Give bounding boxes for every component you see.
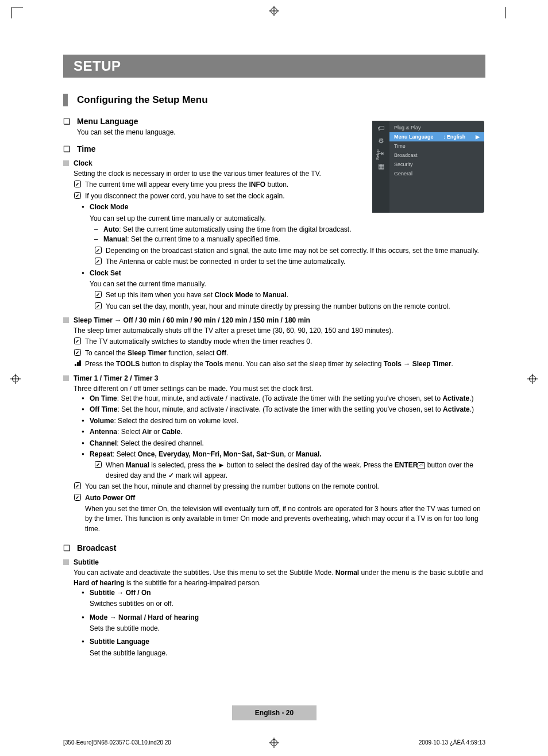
note: When Manual is selected, press the ► but… [94, 460, 485, 481]
section-heading: Configuring the Setup Menu [63, 94, 485, 106]
bullet: Repeat: Select Once, Everyday, Mon~Fri, … [82, 450, 485, 459]
q-title: Time [77, 144, 95, 153]
osd-preview: 🏷 ⚙ ⇥ ▦ Setup Plug & PlayMenu Language: … [372, 121, 484, 213]
bullet-desc: Switches subtitles on or off. [90, 599, 485, 609]
bullet: Mode → Normal / Hard of hearing [82, 613, 485, 623]
grid-icon: ▦ [378, 162, 384, 170]
heading-text: Configuring the Setup Menu [77, 94, 208, 106]
sleep-timer-subsection: Sleep Timer → Off / 30 min / 60 min / 90… [63, 316, 485, 370]
square-icon [63, 160, 69, 166]
pencil-note-icon [74, 493, 82, 503]
osd-item: General [389, 169, 484, 178]
note: You can set the hour, minute and channel… [74, 482, 485, 492]
bullet-desc: Set the subtitle language. [90, 648, 485, 658]
crop-mark [11, 7, 23, 18]
osd-icon-column: 🏷 ⚙ ⇥ ▦ [372, 121, 389, 213]
osd-item: Security [389, 160, 484, 169]
note: Depending on the broadcast station and s… [94, 246, 485, 256]
footer-line: [350-Eeuro]BN68-02357C-03L10.ind20 20 20… [63, 739, 485, 746]
pencil-note-icon [94, 290, 102, 300]
footer-page-pill: English - 20 [63, 705, 485, 720]
sub-desc: Three different on / off timer settings … [74, 384, 485, 394]
bullet: Antenna: Select Air or Cable. [82, 427, 485, 437]
note-text: You can set the hour, minute and channel… [85, 482, 485, 492]
note: Set up this item when you have set Clock… [94, 290, 485, 300]
bullet: Off Time: Set the hour, minute, and acti… [82, 405, 485, 415]
note-text: The TV automatically switches to standby… [85, 337, 485, 347]
pencil-note-icon [74, 191, 82, 201]
pencil-note-icon [74, 348, 82, 358]
note: The TV automatically switches to standby… [74, 337, 485, 347]
note-text: Depending on the broadcast station and s… [106, 246, 485, 256]
footer-left: [350-Eeuro]BN68-02357C-03L10.ind20 20 [63, 739, 171, 746]
dash-item: Auto: Set the current time automatically… [94, 225, 485, 235]
bullet: Subtitle Language [82, 637, 485, 647]
pencil-note-icon [74, 337, 82, 347]
tools-note-icon [74, 359, 82, 369]
setup-banner: SETUP [63, 55, 485, 78]
note: Auto Power Off [74, 493, 485, 503]
square-icon [63, 375, 69, 381]
page: SETUP Configuring the Setup Menu ❏ Menu … [0, 0, 548, 756]
pencil-note-icon [94, 460, 102, 470]
footer-right: 2009-10-13 ¿ÀÈÄ 4:59:13 [419, 739, 485, 746]
bullet-desc: You can set up the current time manually… [90, 214, 485, 224]
pencil-note-icon [74, 180, 82, 190]
broadcast-section: ❏ Broadcast [63, 543, 485, 552]
registration-mark [527, 374, 538, 384]
tag-icon: 🏷 [377, 124, 384, 132]
bullet-desc: Sets the subtitle mode. [90, 624, 485, 634]
sub-title: Timer 1 / Timer 2 / Timer 3 [74, 374, 158, 382]
osd-item: Menu Language: English▶ [389, 132, 484, 141]
sub-title: Sleep Timer → Off / 30 min / 60 min / 90… [74, 316, 310, 324]
q-title: Broadcast [77, 543, 116, 552]
dash-item: Manual: Set the current time to a manual… [94, 235, 485, 244]
note-text: Auto Power Off [85, 493, 485, 503]
bullet: Volume: Select the desired turn on volum… [82, 416, 485, 426]
note-text: To cancel the Sleep Timer function, sele… [85, 348, 485, 358]
pencil-note-icon [94, 246, 102, 256]
crop-mark [505, 7, 506, 18]
note: To cancel the Sleep Timer function, sele… [74, 348, 485, 358]
heading-bar [63, 94, 68, 106]
sub-desc: You can activate and deactivate the subt… [74, 568, 485, 588]
note-text: When Manual is selected, press the ► but… [106, 460, 485, 481]
bullet: Clock Set [82, 268, 485, 278]
apo-desc: When you set the timer On, the televisio… [85, 504, 485, 534]
q-icon: ❏ [63, 117, 71, 126]
page-number: English - 20 [232, 705, 317, 720]
note-text: Set up this item when you have set Clock… [106, 290, 485, 300]
note-text: You can set the day, month, year, hour a… [106, 302, 485, 312]
square-icon [63, 559, 69, 565]
subtitle-subsection: Subtitle You can activate and deactivate… [63, 558, 485, 658]
timer-subsection: Timer 1 / Timer 2 / Timer 3 Three differ… [63, 374, 485, 534]
bullet: On Time: Set the hour, minute, and activ… [82, 394, 485, 404]
osd-item: Plug & Play [389, 123, 484, 132]
enter-icon: ⏎ [418, 462, 425, 469]
osd-rotated-label: Setup [376, 149, 380, 160]
note: Press the TOOLS button to display the To… [74, 359, 485, 369]
note-text: Press the TOOLS button to display the To… [85, 359, 485, 369]
note: You can set the day, month, year, hour a… [94, 302, 485, 312]
note: The Antenna or cable must be connected i… [94, 257, 485, 267]
registration-mark [269, 6, 279, 16]
sub-title: Clock [74, 159, 92, 167]
sub-desc: The sleep timer automatically shuts off … [74, 326, 485, 336]
bullet-desc: You can set the current time manually. [90, 279, 485, 289]
note-text: The Antenna or cable must be connected i… [106, 257, 485, 267]
q-icon: ❏ [63, 543, 71, 552]
gear-icon: ⚙ [378, 137, 384, 145]
pencil-note-icon [94, 302, 102, 312]
osd-item: Broadcast [389, 151, 484, 160]
square-icon [63, 317, 69, 323]
sub-title: Subtitle [74, 558, 99, 566]
bullet: Subtitle → Off / On [82, 588, 485, 598]
pencil-note-icon [74, 482, 82, 492]
check-icon: ✓ [168, 471, 174, 481]
registration-mark [10, 374, 21, 384]
osd-item: Time [389, 141, 484, 151]
q-title: Menu Language [77, 117, 138, 126]
bullet: Channel: Select the desired channel. [82, 439, 485, 448]
pencil-note-icon [94, 257, 102, 267]
q-icon: ❏ [63, 144, 71, 153]
